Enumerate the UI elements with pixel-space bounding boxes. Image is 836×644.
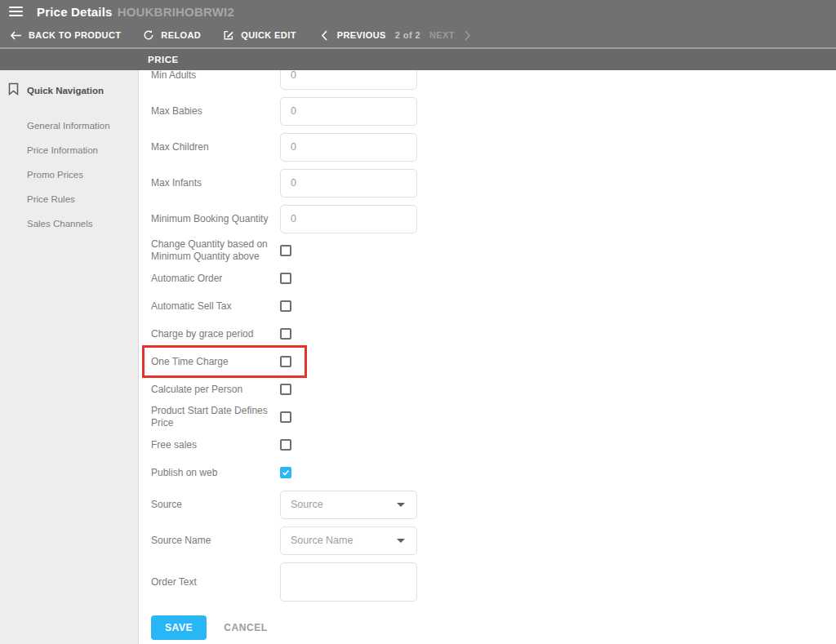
sidebar-item-promo-prices[interactable]: Promo Prices [0, 162, 138, 187]
title-bar: Price Details HOUKBRIHOBRWI2 [0, 0, 836, 23]
toolbar: BACK TO PRODUCT RELOAD QUICK EDIT PREVIO… [0, 23, 836, 47]
page-title: Price Details [37, 5, 113, 19]
max-children-label: Max Children [151, 141, 280, 153]
bookmark-icon [8, 82, 19, 99]
quick-navigation-title: Quick Navigation [27, 86, 104, 95]
price-section-bar: PRICE [0, 49, 836, 70]
change-quantity-based-on-minimum-quantity-above-checkbox[interactable] [280, 245, 291, 256]
form-row: Max Children [151, 129, 836, 165]
form-row: Max Infants [151, 165, 836, 201]
sidebar-item-price-rules[interactable]: Price Rules [0, 187, 138, 211]
source-select[interactable]: Source [280, 491, 417, 519]
form-row: Calculate per Person [151, 375, 836, 403]
sidebar-nav-list: General InformationPrice InformationProm… [0, 104, 138, 236]
product-code: HOUKBRIHOBRWI2 [118, 5, 234, 19]
form-row: Automatic Sell Tax [151, 292, 836, 320]
next-button[interactable]: NEXT [429, 30, 455, 40]
back-to-product-label: BACK TO PRODUCT [29, 30, 121, 40]
edit-icon [223, 29, 234, 41]
form-row: Charge by grace period [151, 320, 836, 348]
publish-on-web-label: Publish on web [151, 467, 280, 479]
minimum-booking-quantity-label: Minimum Booking Quantity [151, 213, 280, 225]
automatic-sell-tax-label: Automatic Sell Tax [151, 300, 280, 313]
source-placeholder: Source [291, 499, 397, 510]
form-row: SourceSource [151, 486, 836, 522]
form-row: Product Start Date Defines Price [151, 403, 836, 431]
save-button[interactable]: SAVE [151, 615, 207, 640]
dropdown-caret-icon [397, 503, 405, 507]
back-arrow-icon [10, 31, 22, 40]
min-adults-input[interactable] [280, 70, 417, 90]
price-details-page: Price Details HOUKBRIHOBRWI2 BACK TO PRO… [0, 0, 836, 644]
quick-navigation-sidebar: Quick Navigation General InformationPric… [0, 70, 139, 644]
max-babies-input[interactable] [280, 97, 417, 126]
cancel-button[interactable]: CANCEL [224, 622, 268, 633]
form-row: Max Babies [151, 93, 836, 129]
order-text-input[interactable] [280, 562, 417, 602]
reload-label: RELOAD [161, 30, 201, 40]
form-row: Minimum Booking Quantity [151, 201, 836, 237]
reload-icon [143, 29, 154, 41]
calculate-per-person-label: Calculate per Person [151, 384, 280, 396]
max-infants-input[interactable] [280, 169, 417, 198]
max-infants-label: Max Infants [151, 177, 280, 189]
form-row: Source NameSource Name [151, 522, 836, 558]
product-start-date-defines-price-label: Product Start Date Defines Price [151, 405, 280, 429]
price-form: Min AdultsMax BabiesMax ChildrenMax Infa… [139, 70, 836, 640]
source-name-select[interactable]: Source Name [280, 526, 417, 555]
charge-by-grace-period-label: Charge by grace period [151, 328, 280, 340]
product-start-date-defines-price-checkbox[interactable] [280, 411, 291, 423]
quick-edit-label: QUICK EDIT [241, 30, 296, 40]
change-quantity-based-on-minimum-quantity-above-label: Change Quantity based on Minimum Quantit… [151, 238, 280, 263]
max-babies-label: Max Babies [151, 105, 280, 118]
charge-by-grace-period-checkbox[interactable] [280, 328, 291, 340]
form-row: Free sales [151, 431, 836, 459]
reload-button[interactable]: RELOAD [143, 29, 201, 41]
previous-button[interactable]: PREVIOUS [337, 30, 386, 40]
previous-chevron-icon[interactable] [321, 30, 328, 41]
sidebar-item-general-information[interactable]: General Information [0, 113, 138, 138]
source-name-label: Source Name [151, 535, 280, 547]
minimum-booking-quantity-input[interactable] [280, 205, 417, 233]
one-time-charge-label: One Time Charge [151, 356, 280, 368]
max-children-input[interactable] [280, 133, 417, 162]
sidebar-item-price-information[interactable]: Price Information [0, 138, 138, 162]
dropdown-caret-icon [397, 539, 405, 543]
one-time-charge-checkbox[interactable] [280, 356, 291, 367]
form-row: Change Quantity based on Minimum Quantit… [151, 237, 836, 264]
min-adults-label: Min Adults [151, 70, 280, 82]
app-header: Price Details HOUKBRIHOBRWI2 BACK TO PRO… [0, 0, 836, 47]
hamburger-menu-icon[interactable] [9, 7, 23, 16]
automatic-order-checkbox[interactable] [280, 273, 291, 284]
pager: PREVIOUS 2 of 2 NEXT [321, 30, 471, 41]
order-text-label: Order Text [151, 576, 280, 588]
price-section-title: PRICE [148, 55, 179, 64]
next-chevron-icon[interactable] [464, 30, 471, 41]
free-sales-checkbox[interactable] [280, 439, 291, 451]
form-row: Min Adults [151, 70, 836, 93]
quick-navigation-header: Quick Navigation [0, 70, 138, 104]
free-sales-label: Free sales [151, 439, 280, 451]
form-row: Automatic Order [151, 264, 836, 292]
quick-edit-button[interactable]: QUICK EDIT [223, 29, 296, 41]
publish-on-web-checkbox[interactable] [280, 467, 291, 478]
automatic-order-label: Automatic Order [151, 273, 280, 285]
source-name-placeholder: Source Name [291, 535, 397, 546]
price-form-panel: Min AdultsMax BabiesMax ChildrenMax Infa… [139, 70, 836, 644]
page-indicator: 2 of 2 [395, 30, 420, 40]
automatic-sell-tax-checkbox[interactable] [280, 300, 291, 312]
back-to-product-button[interactable]: BACK TO PRODUCT [10, 30, 121, 40]
form-row: Publish on web [151, 459, 836, 486]
calculate-per-person-checkbox[interactable] [280, 384, 291, 395]
sidebar-item-sales-channels[interactable]: Sales Channels [0, 211, 138, 236]
form-row: Order Text [151, 558, 836, 606]
form-actions: SAVECANCEL [151, 615, 836, 640]
form-row: One Time Charge [151, 348, 836, 375]
source-label: Source [151, 499, 280, 511]
